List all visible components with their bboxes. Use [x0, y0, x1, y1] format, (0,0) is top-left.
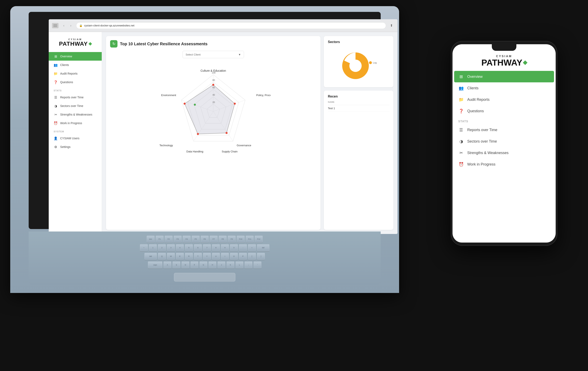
key: K [227, 262, 234, 268]
dashboard-grid: ↻ Top 10 Latest Cyber Resilience Assessm… [106, 36, 393, 230]
key: J [218, 262, 225, 268]
radar-card: ↻ Top 10 Latest Cyber Resilience Assessm… [106, 36, 321, 230]
questions-icon: ❓ [54, 80, 58, 84]
sidebar-item-strengths-weaknesses[interactable]: ✂ Strengths & Weaknesses [49, 110, 102, 119]
phone-logo-area: CYSIAM PATHWAY [452, 53, 556, 71]
sidebar-item-sectors-over-time[interactable]: ◑ Sectors over Time [49, 102, 102, 110]
key: F6 [201, 236, 209, 242]
phone-logo-pathway: PATHWAY [481, 58, 527, 68]
phone-sectors-icon: ◑ [458, 139, 464, 144]
keyboard-rows: esc F1 F2 F3 F4 F5 F6 F7 F8 F9 F10 F11 F… [29, 231, 381, 273]
sidebar-item-overview[interactable]: ⊞ Overview [49, 52, 102, 61]
sidebar-item-audit-reports[interactable]: 📁 Audit Reports [49, 69, 102, 78]
key: - [239, 244, 247, 251]
reports-label: Reports over Time [60, 96, 84, 99]
back-button[interactable]: ‹ [61, 23, 67, 29]
client-select-container: Select Client ▼ [110, 51, 316, 58]
recent-card: Recen NAME Test 1 [324, 90, 393, 230]
overview-icon: ⊞ [54, 54, 58, 58]
key: O [230, 253, 238, 260]
key: H [209, 262, 216, 268]
key: = [248, 244, 256, 251]
sidebar-item-reports-over-time[interactable]: ☰ Reports over Time [49, 93, 102, 102]
table-header: NAME [328, 101, 389, 105]
phone-nav-audit-reports[interactable]: 📁 Audit Reports [452, 94, 556, 105]
key: ; [245, 262, 252, 268]
key: E [176, 253, 184, 260]
address-bar[interactable]: 🔒 cysiam-client-docker-qa.azurewebsites.… [76, 22, 386, 29]
laptop-device: ‹ › 🔒 cysiam-client-docker-qa.azurewebsi… [10, 6, 399, 293]
key: 7 [203, 244, 211, 251]
phone-nav-sectors-over-time[interactable]: ◑ Sectors over Time [452, 136, 556, 147]
phone-nav-questions[interactable]: ❓ Questions [452, 105, 556, 117]
phone-reports-label: Reports over Time [467, 128, 497, 132]
key: 4 [176, 244, 184, 251]
key: A [164, 262, 171, 268]
main-content: ↻ Top 10 Latest Cyber Resilience Assessm… [102, 32, 398, 234]
sectors-title: Sectors [328, 40, 389, 44]
svg-point-14 [197, 133, 199, 135]
share-button[interactable]: ⬆ [388, 23, 394, 29]
key: F2 [165, 236, 173, 242]
phone-sectors-label: Sectors over Time [467, 139, 497, 144]
sidebar: CYSIAM PATHWAY ⊞ Overview 👥 [49, 32, 102, 234]
key: F3 [174, 236, 181, 242]
right-panel: Sectors [324, 36, 393, 230]
phone-nav-work-in-progress[interactable]: ⏰ Work in Progress [452, 159, 556, 170]
sidebar-toggle-button[interactable] [52, 23, 59, 28]
key: W [167, 253, 175, 260]
svg-text:60: 60 [212, 86, 215, 89]
refresh-button[interactable]: ↻ [110, 40, 117, 47]
work-label: Work in Progress [60, 121, 82, 125]
svg-point-12 [234, 103, 236, 105]
key: F10 [237, 236, 245, 242]
phone-notch [492, 44, 516, 51]
phone-reports-icon: ☰ [458, 127, 464, 133]
phone-logo-cysiam: CYSIAM [496, 55, 512, 58]
key: 1 [149, 244, 157, 251]
phone-nav-strengths-weaknesses[interactable]: ✂ Strengths & Weaknesses [452, 147, 556, 159]
sidebar-item-cysiam-users[interactable]: 👤 CYSIAM Users [49, 134, 102, 142]
phone-nav-overview[interactable]: ⊞ Overview [454, 71, 554, 82]
phone-work-icon: ⏰ [458, 162, 464, 167]
phone-overview-icon: ⊞ [458, 74, 464, 79]
key: G [200, 262, 207, 268]
svg-point-11 [212, 84, 214, 86]
svg-text:40: 40 [212, 94, 215, 96]
key: F4 [183, 236, 190, 242]
sidebar-item-questions[interactable]: ❓ Questions [49, 78, 102, 87]
questions-label: Questions [60, 80, 73, 84]
logo-area: CYSIAM PATHWAY [49, 36, 102, 52]
recent-title: Recen [328, 95, 389, 98]
forward-button[interactable]: › [68, 23, 74, 29]
client-select-dropdown[interactable]: Select Client ▼ [183, 51, 244, 58]
phone-audit-icon: 📁 [458, 97, 464, 102]
key: R [185, 253, 193, 260]
table-row: Test 1 [328, 105, 389, 112]
phone-nav-clients[interactable]: 👥 Clients [452, 82, 556, 94]
sidebar-item-clients[interactable]: 👥 Clients [49, 61, 102, 69]
users-label: CYSIAM Users [60, 137, 79, 140]
logo-diamond-icon [88, 42, 92, 46]
screen-bezel: ‹ › 🔒 cysiam-client-docker-qa.azurewebsi… [29, 12, 381, 229]
card-header: ↻ Top 10 Latest Cyber Resilience Assessm… [110, 40, 316, 47]
phone-nav-reports-over-time[interactable]: ☰ Reports over Time [452, 124, 556, 136]
key: U [212, 253, 220, 260]
key: F1 [156, 236, 164, 242]
key: 0 [230, 244, 238, 251]
users-icon: 👤 [54, 136, 58, 140]
svg-text:Log: Log [373, 61, 377, 64]
key: 8 [212, 244, 220, 251]
dropdown-arrow-icon: ▼ [238, 53, 241, 56]
phone-body: CYSIAM PATHWAY ⊞ Overview 👥 Clients 📁 [451, 41, 557, 246]
sidebar-item-settings[interactable]: ⚙ Settings [49, 142, 102, 151]
key: F12 [255, 236, 262, 242]
phone-questions-label: Questions [467, 109, 484, 113]
sidebar-item-work-in-progress[interactable]: ⏰ Work in Progress [49, 119, 102, 127]
phone-clients-label: Clients [467, 86, 479, 90]
key: T [194, 253, 202, 260]
overview-label: Overview [60, 55, 72, 58]
trackpad[interactable] [174, 273, 235, 282]
system-section-label: SYSTEM [49, 127, 102, 134]
key: F7 [210, 236, 218, 242]
